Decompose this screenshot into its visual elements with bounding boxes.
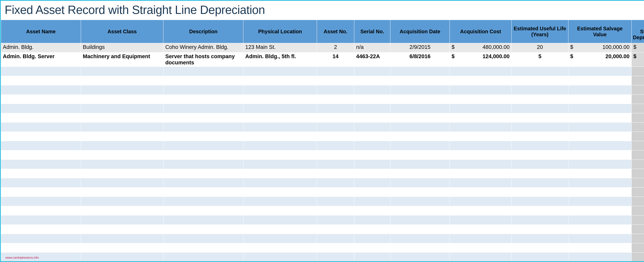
empty-cell[interactable] xyxy=(390,225,450,234)
empty-cell[interactable] xyxy=(568,141,632,150)
empty-cell[interactable] xyxy=(512,225,568,234)
empty-cell[interactable] xyxy=(81,243,164,252)
empty-cell[interactable] xyxy=(450,252,512,262)
empty-cell[interactable] xyxy=(632,225,644,234)
empty-cell[interactable] xyxy=(632,178,644,187)
empty-cell[interactable] xyxy=(568,197,632,206)
empty-cell[interactable] xyxy=(163,206,243,215)
empty-cell[interactable] xyxy=(163,243,243,252)
empty-cell[interactable] xyxy=(632,141,644,150)
cell-description[interactable]: Server that hosts company documents xyxy=(163,52,243,67)
empty-cell[interactable] xyxy=(450,104,512,113)
empty-cell[interactable] xyxy=(390,104,450,113)
empty-cell[interactable] xyxy=(512,76,568,85)
cell-asset-no[interactable]: 2 xyxy=(317,43,354,52)
empty-cell[interactable] xyxy=(243,252,317,262)
empty-cell[interactable] xyxy=(450,234,512,243)
empty-cell[interactable] xyxy=(568,225,632,234)
empty-cell[interactable] xyxy=(1,160,81,169)
empty-cell[interactable] xyxy=(568,85,632,95)
cell-asset-class[interactable]: Buildings xyxy=(81,43,164,52)
empty-cell[interactable] xyxy=(81,122,164,132)
cell-asset-no[interactable]: 14 xyxy=(317,52,354,67)
empty-cell[interactable] xyxy=(317,252,354,262)
empty-cell[interactable] xyxy=(354,252,390,262)
empty-cell[interactable] xyxy=(317,95,354,104)
empty-cell[interactable] xyxy=(1,187,81,197)
empty-cell[interactable] xyxy=(568,252,632,262)
empty-cell[interactable] xyxy=(632,234,644,243)
empty-cell[interactable] xyxy=(390,122,450,132)
cell-serial-no[interactable]: n/a xyxy=(354,43,390,52)
empty-cell[interactable] xyxy=(163,178,243,187)
empty-cell[interactable] xyxy=(243,76,317,85)
empty-cell[interactable] xyxy=(632,206,644,215)
empty-cell[interactable] xyxy=(450,206,512,215)
empty-cell[interactable] xyxy=(390,197,450,206)
empty-cell[interactable] xyxy=(512,187,568,197)
empty-cell[interactable] xyxy=(81,67,164,76)
col-serial-no[interactable]: Serial No. xyxy=(354,20,390,43)
empty-cell[interactable] xyxy=(354,104,390,113)
empty-cell[interactable] xyxy=(632,160,644,169)
empty-cell[interactable] xyxy=(450,225,512,234)
empty-cell[interactable] xyxy=(632,67,644,76)
empty-cell[interactable] xyxy=(163,122,243,132)
cell-asset-name[interactable]: Admin. Bldg. Server xyxy=(1,52,81,67)
empty-cell[interactable] xyxy=(163,197,243,206)
empty-cell[interactable] xyxy=(163,225,243,234)
empty-cell[interactable] xyxy=(450,141,512,150)
empty-cell[interactable] xyxy=(450,160,512,169)
empty-cell[interactable] xyxy=(512,122,568,132)
empty-cell[interactable] xyxy=(512,215,568,225)
empty-cell[interactable] xyxy=(1,122,81,132)
empty-cell[interactable] xyxy=(354,206,390,215)
cell-salvage[interactable]: $100,000.00 xyxy=(568,43,632,52)
empty-cell[interactable] xyxy=(243,113,317,122)
empty-cell[interactable] xyxy=(1,141,81,150)
empty-cell[interactable] xyxy=(632,197,644,206)
empty-cell[interactable] xyxy=(354,141,390,150)
cell-acq-cost[interactable]: $124,000.00 xyxy=(450,52,512,67)
empty-cell[interactable] xyxy=(512,85,568,95)
empty-cell[interactable] xyxy=(632,215,644,225)
empty-cell[interactable] xyxy=(81,160,164,169)
empty-cell[interactable] xyxy=(568,178,632,187)
cell-acq-date[interactable]: 2/9/2015 xyxy=(390,43,450,52)
cell-asset-name[interactable]: Admin. Bldg. xyxy=(1,43,81,52)
empty-cell[interactable] xyxy=(568,76,632,85)
empty-cell[interactable] xyxy=(163,85,243,95)
empty-cell[interactable] xyxy=(512,67,568,76)
empty-cell[interactable] xyxy=(1,225,81,234)
empty-cell[interactable] xyxy=(390,252,450,262)
empty-cell[interactable] xyxy=(512,234,568,243)
empty-cell[interactable] xyxy=(81,85,164,95)
empty-cell[interactable] xyxy=(568,104,632,113)
empty-cell[interactable] xyxy=(390,150,450,160)
empty-cell[interactable] xyxy=(450,215,512,225)
empty-cell[interactable] xyxy=(317,132,354,141)
empty-cell[interactable] xyxy=(81,113,164,122)
empty-cell[interactable] xyxy=(243,197,317,206)
empty-cell[interactable] xyxy=(81,95,164,104)
empty-cell[interactable] xyxy=(163,141,243,150)
empty-cell[interactable] xyxy=(450,169,512,178)
empty-cell[interactable] xyxy=(163,169,243,178)
cell-serial-no[interactable]: 4463-22A xyxy=(354,52,390,67)
empty-cell[interactable] xyxy=(568,67,632,76)
empty-cell[interactable] xyxy=(354,225,390,234)
empty-cell[interactable] xyxy=(1,178,81,187)
col-life[interactable]: Estimated Useful Life (Years) xyxy=(512,20,568,43)
empty-cell[interactable] xyxy=(317,141,354,150)
empty-cell[interactable] xyxy=(81,187,164,197)
empty-cell[interactable] xyxy=(81,178,164,187)
empty-cell[interactable] xyxy=(354,122,390,132)
empty-cell[interactable] xyxy=(632,113,644,122)
empty-cell[interactable] xyxy=(568,113,632,122)
cell-salvage[interactable]: $20,000.00 xyxy=(568,52,632,67)
empty-cell[interactable] xyxy=(390,76,450,85)
empty-cell[interactable] xyxy=(390,67,450,76)
empty-cell[interactable] xyxy=(317,234,354,243)
empty-cell[interactable] xyxy=(81,132,164,141)
empty-cell[interactable] xyxy=(317,206,354,215)
